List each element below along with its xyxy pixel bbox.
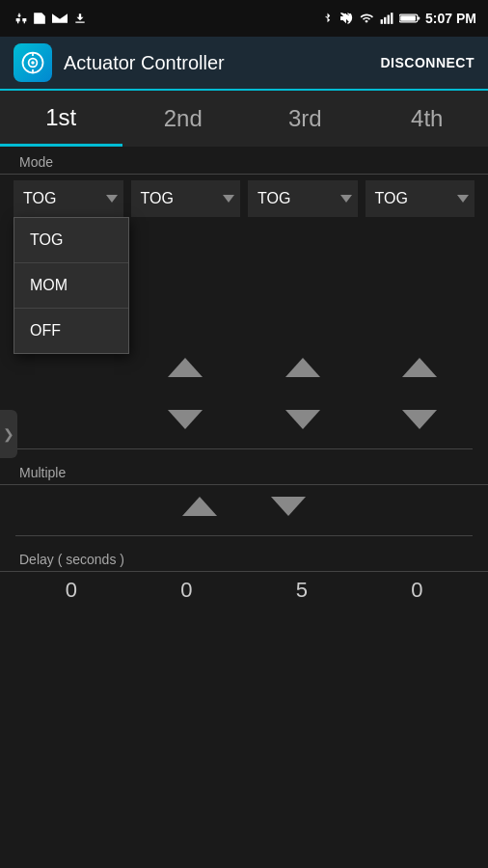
control-col-0-down bbox=[10, 398, 127, 441]
svg-rect-3 bbox=[391, 13, 393, 24]
multiple-controls bbox=[0, 485, 488, 528]
multiple-up-arrow[interactable] bbox=[175, 489, 225, 524]
status-bar: 5:07 PM bbox=[0, 0, 488, 37]
chevron-down-1 bbox=[168, 410, 203, 429]
mode-dropdown-btn-1[interactable]: TOG bbox=[131, 180, 241, 217]
delay-values: 0 0 5 0 bbox=[0, 572, 488, 609]
dropdown-arrow-3 bbox=[457, 195, 469, 203]
mode-dropdown-btn-2[interactable]: TOG bbox=[248, 180, 358, 217]
dropdown-arrow-2 bbox=[340, 195, 352, 203]
status-time: 5:07 PM bbox=[425, 11, 476, 26]
mode-dropdown-0: TOG TOG MOM OFF bbox=[14, 180, 123, 217]
chevron-up-3 bbox=[402, 358, 437, 377]
app-bar: Actuator Controller DISCONNECT bbox=[0, 37, 488, 91]
chevron-up-2 bbox=[285, 358, 320, 377]
control-col-2-down bbox=[244, 398, 362, 441]
multiple-down-arrow[interactable] bbox=[263, 489, 313, 524]
bluetooth-icon bbox=[321, 11, 334, 26]
app-title: Actuator Controller bbox=[64, 52, 380, 74]
control-col-1-up bbox=[127, 346, 245, 389]
sim-icon bbox=[33, 12, 46, 25]
tab-4th[interactable]: 4th bbox=[366, 91, 489, 147]
dropdown-arrow-1 bbox=[223, 195, 234, 203]
multiple-chevron-down bbox=[271, 497, 306, 516]
down-arrow-3[interactable] bbox=[394, 402, 445, 437]
tab-3rd[interactable]: 3rd bbox=[244, 91, 366, 147]
svg-rect-5 bbox=[418, 16, 420, 19]
down-arrow-1[interactable] bbox=[160, 402, 210, 437]
svg-rect-1 bbox=[384, 17, 386, 24]
svg-point-9 bbox=[31, 61, 35, 65]
mode-dropdown-3: TOG bbox=[366, 180, 475, 217]
up-arrow-1[interactable] bbox=[160, 350, 210, 385]
dropdown-option-off-0[interactable]: OFF bbox=[14, 309, 128, 353]
dropdown-option-tog-0[interactable]: TOG bbox=[14, 218, 128, 263]
battery-icon bbox=[399, 12, 420, 25]
disconnect-button[interactable]: DISCONNECT bbox=[380, 55, 474, 70]
chevron-up-1 bbox=[168, 358, 203, 377]
control-col-1-down bbox=[127, 398, 245, 441]
delay-val-1: 0 bbox=[129, 578, 245, 603]
multiple-chevron-up bbox=[182, 497, 217, 516]
download-icon bbox=[73, 12, 87, 25]
up-arrow-2[interactable] bbox=[278, 350, 328, 385]
mute-icon bbox=[339, 11, 354, 26]
status-icons-left bbox=[12, 11, 87, 26]
side-handle[interactable]: ❯ bbox=[0, 410, 17, 458]
separator-2 bbox=[15, 535, 473, 536]
svg-rect-6 bbox=[400, 15, 416, 21]
delay-val-3: 0 bbox=[360, 578, 475, 603]
tabs-row: 1st 2nd 3rd 4th bbox=[0, 91, 488, 147]
control-col-2-up bbox=[244, 346, 362, 389]
delay-val-2: 5 bbox=[244, 578, 360, 603]
signal-icon bbox=[379, 12, 394, 25]
tab-2nd[interactable]: 2nd bbox=[122, 91, 245, 147]
usb-icon bbox=[12, 11, 27, 26]
mode-row: TOG TOG MOM OFF TOG TOG TOG bbox=[0, 176, 488, 221]
gmail-icon bbox=[52, 13, 68, 24]
svg-rect-0 bbox=[381, 19, 383, 24]
delay-val-0: 0 bbox=[14, 578, 129, 603]
mode-section-label: Mode bbox=[0, 147, 488, 175]
multiple-section-label: Multiple bbox=[0, 457, 488, 485]
wifi-icon bbox=[359, 12, 374, 25]
dropdown-option-mom-0[interactable]: MOM bbox=[14, 263, 128, 309]
separator-1 bbox=[15, 448, 473, 449]
dropdown-arrow-0 bbox=[106, 195, 118, 203]
app-icon bbox=[14, 43, 52, 82]
svg-rect-2 bbox=[388, 15, 390, 24]
chevron-down-2 bbox=[285, 410, 320, 429]
status-icons-right: 5:07 PM bbox=[321, 11, 476, 26]
tab-1st[interactable]: 1st bbox=[0, 91, 122, 147]
control-col-3-up bbox=[362, 346, 479, 389]
delay-section-label: Delay ( seconds ) bbox=[0, 544, 488, 572]
control-col-3-down bbox=[362, 398, 479, 441]
dropdown-popup-0: TOG MOM OFF bbox=[14, 217, 129, 354]
chevron-down-3 bbox=[402, 410, 437, 429]
mode-dropdown-1: TOG bbox=[131, 180, 241, 217]
mode-dropdown-btn-3[interactable]: TOG bbox=[366, 180, 475, 217]
mode-dropdown-2: TOG bbox=[248, 180, 358, 217]
mode-dropdown-btn-0[interactable]: TOG bbox=[14, 180, 123, 217]
up-arrow-3[interactable] bbox=[394, 350, 445, 385]
down-arrow-2[interactable] bbox=[278, 402, 328, 437]
down-controls-row bbox=[0, 398, 488, 441]
